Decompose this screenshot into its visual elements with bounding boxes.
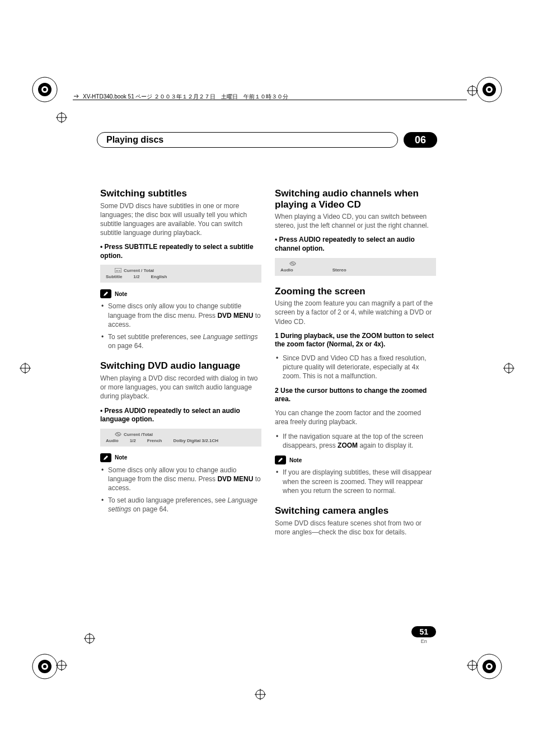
note-item: To set subtitle preferences, see Languag… — [108, 332, 261, 350]
svg-point-3 — [43, 88, 46, 91]
disp-val: Audio — [106, 438, 119, 443]
note-label: Note — [289, 457, 302, 463]
disp-val: Dolby Digital 3/2.1CH — [173, 438, 218, 443]
disp-label: Current / Total — [124, 269, 154, 274]
step-text: • Press AUDIO repeatedly to select an au… — [275, 236, 436, 253]
pencil-icon — [275, 456, 286, 464]
chapter-pill: Playing discs 06 — [97, 132, 437, 148]
chapter-title: Playing discs — [97, 132, 398, 148]
disp-val: English — [151, 274, 167, 279]
note-item: Some discs only allow you to change subt… — [108, 302, 261, 329]
section-zooming-screen: Zooming the screen Using the zoom featur… — [275, 286, 436, 495]
note-header: Note — [275, 456, 436, 464]
note-label: Note — [115, 454, 127, 461]
heading: Switching DVD audio language — [100, 360, 261, 372]
left-column: Switching subtitles Some DVD discs have … — [100, 188, 261, 547]
reg-mark — [84, 633, 95, 644]
osd-display: AudioStereo — [275, 258, 436, 276]
header-rule — [73, 100, 467, 100]
section-switching-dvd-audio: Switching DVD audio language When playin… — [100, 360, 261, 514]
body-text: You can change the zoom factor and the z… — [275, 408, 436, 426]
body-text: When playing a DVD disc recorded with di… — [100, 374, 261, 401]
note-header: Note — [100, 289, 261, 298]
page-lang: En — [411, 638, 436, 644]
audio-icon — [115, 432, 121, 438]
svg-point-11 — [43, 665, 46, 668]
section-switching-subtitles: Switching subtitles Some DVD discs have … — [100, 188, 261, 350]
heading: Switching audio channels when playing a … — [275, 188, 436, 210]
step-text: 1 During playback, use the ZOOM button t… — [275, 332, 436, 349]
disp-label: Current /Total — [124, 432, 153, 437]
disp-val: 1/2 — [130, 438, 136, 443]
page-footer: 51 En — [411, 626, 436, 644]
note-label: Note — [115, 291, 127, 297]
reg-mark — [467, 660, 478, 671]
disp-val: French — [147, 438, 162, 443]
reg-mark — [255, 689, 266, 700]
disp-val: 1/2 — [133, 274, 139, 279]
right-column: Switching audio channels when playing a … — [275, 188, 436, 547]
svg-rect-41 — [115, 268, 121, 273]
page-number: 51 — [411, 626, 436, 637]
body-text: When playing a Video CD, you can switch … — [275, 212, 436, 230]
body-text: Some DVD discs have subtitles in one or … — [100, 201, 261, 238]
reg-mark — [20, 363, 31, 374]
reg-mark — [467, 85, 478, 96]
body-text: Some DVD discs feature scenes shot from … — [275, 519, 436, 537]
list-item: If the navigation square at the top of t… — [283, 432, 436, 450]
pencil-icon — [100, 453, 111, 462]
print-mark-tl — [28, 73, 62, 106]
disp-val: Audio — [280, 267, 293, 273]
step-text: • Press AUDIO repeatedly to select an au… — [100, 407, 261, 424]
heading: Zooming the screen — [275, 286, 436, 297]
section-switching-audio-channels: Switching audio channels when playing a … — [275, 188, 436, 276]
heading: Switching camera angles — [275, 505, 436, 516]
note-header: Note — [100, 453, 261, 462]
body-text: Using the zoom feature you can magnify a… — [275, 299, 436, 326]
section-switching-camera-angles: Switching camera angles Some DVD discs f… — [275, 505, 436, 537]
reg-mark — [56, 660, 67, 671]
list-item: Since DVD and Video CD has a fixed resol… — [283, 354, 436, 381]
pencil-icon — [100, 289, 111, 298]
heading: Switching subtitles — [100, 188, 261, 199]
chapter-number: 06 — [404, 132, 437, 148]
reg-mark — [503, 363, 514, 374]
reg-mark — [56, 112, 67, 123]
osd-display: Current /Total Audio1/2FrenchDolby Digit… — [100, 429, 261, 447]
step-text: 2 Use the cursor buttons to change the z… — [275, 387, 436, 404]
audio-icon — [289, 261, 296, 267]
step-text: • Press SUBTITLE repeatedly to select a … — [100, 243, 261, 260]
subtitle-icon — [115, 268, 121, 274]
disp-val: Subtitle — [106, 274, 122, 279]
svg-point-15 — [488, 665, 491, 668]
disp-val: Stereo — [332, 267, 346, 273]
osd-display: Current / Total Subtitle1/2English — [100, 265, 261, 283]
note-item: To set audio language preferences, see L… — [108, 496, 261, 514]
note-item: If you are displaying subtitles, these w… — [283, 468, 436, 495]
svg-point-7 — [488, 88, 491, 91]
note-item: Some discs only allow you to change audi… — [108, 466, 261, 493]
